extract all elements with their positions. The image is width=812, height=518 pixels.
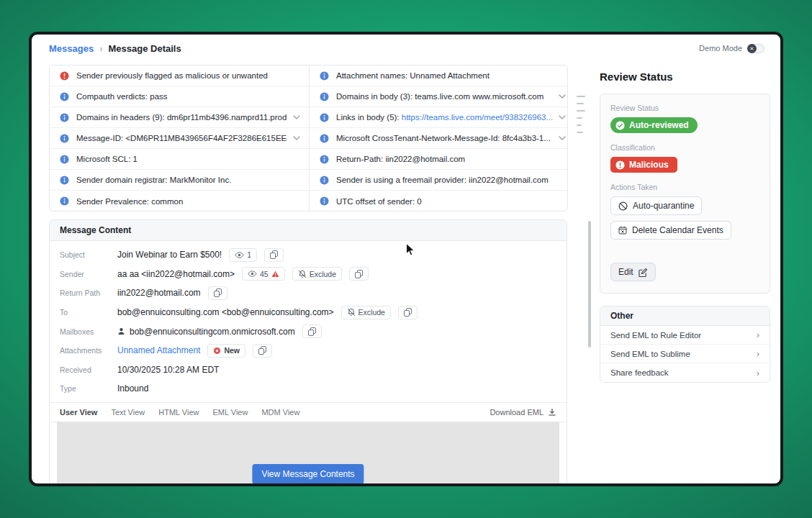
app-window: Messages › Message Details Demo Mode ✕ S… — [29, 32, 783, 486]
attribute-row[interactable]: Message-ID: <DM6PR11MB439656F4AF2F3286E6… — [50, 128, 309, 149]
tab-mdm-view[interactable]: MDM View — [261, 408, 299, 417]
chevron-down-icon[interactable] — [293, 115, 300, 119]
attribute-row: Sender Prevalence: common — [50, 191, 309, 212]
chevron-right-icon: › — [757, 368, 759, 378]
view-message-contents-button[interactable]: View Message Contents — [252, 464, 364, 484]
vertical-scrollbar-thumb[interactable] — [588, 221, 591, 347]
attribute-row[interactable]: Links in body (5): https://teams.live.co… — [310, 107, 568, 128]
tab-eml-view[interactable]: EML View — [213, 408, 248, 417]
chevron-down-icon[interactable] — [559, 94, 566, 99]
other-title: Other — [600, 306, 770, 326]
desktop-background: { "header": { "breadcrumb_root": "Messag… — [0, 0, 812, 518]
info-icon — [320, 176, 329, 185]
attribute-text: Links in body (5): https://teams.live.co… — [336, 113, 553, 122]
message-content-card: Message Content Subject Join Webinar to … — [49, 219, 567, 486]
tab-text-view[interactable]: Text View — [111, 408, 145, 417]
subject-value: Join Webinar to Earn $500! — [117, 250, 222, 260]
field-label: Attachments — [60, 346, 117, 355]
breadcrumb-separator-icon: › — [99, 43, 102, 54]
field-type: Type Inbound — [60, 379, 556, 399]
download-eml-button[interactable]: Download EML — [490, 408, 556, 417]
download-icon — [548, 408, 556, 417]
sidebar-title: Review Status — [600, 71, 770, 83]
message-fields: Subject Join Webinar to Earn $500! 1 Sen… — [50, 241, 567, 402]
demo-mode-label: Demo Mode — [699, 44, 742, 53]
attribute-text: Sender previously flagged as malicious o… — [76, 71, 300, 80]
info-icon — [320, 134, 329, 143]
check-circle-icon — [615, 121, 625, 130]
chevron-down-icon[interactable] — [559, 136, 566, 140]
attachment-link[interactable]: Unnamed Attachment — [117, 345, 200, 355]
info-icon — [320, 155, 329, 164]
field-to: To bob@ennuiconsulting.com <bob@ennuicon… — [60, 303, 556, 322]
field-label: Received — [60, 365, 117, 374]
demo-mode-toggle[interactable]: ✕ — [747, 44, 764, 53]
attribute-text: Message-ID: <DM6PR11MB439656F4AF2F3286E6… — [76, 134, 287, 142]
attribute-row: UTC offset of sender: 0 — [310, 191, 568, 212]
copy-icon — [258, 346, 266, 355]
copy-icon — [404, 308, 412, 317]
chevron-down-icon[interactable] — [559, 115, 566, 119]
tab-user-view[interactable]: User View — [60, 408, 97, 417]
copy-icon — [308, 327, 316, 336]
info-icon — [60, 92, 69, 101]
attribute-row: Sender domain registrar: MarkMonitor Inc… — [50, 170, 309, 191]
info-icon — [60, 155, 69, 164]
subject-views-pill[interactable]: 1 — [229, 248, 257, 262]
exclude-sender-button[interactable]: Exclude — [292, 267, 342, 281]
person-icon — [117, 327, 125, 335]
attribute-text: Sender is using a freemail provider: iin… — [336, 176, 566, 184]
attributes-column-left: Sender previously flagged as malicious o… — [50, 65, 309, 212]
review-status-card: Review Status Auto-reviewed Classificati… — [600, 94, 770, 294]
other-card: Other Send EML to Rule Editor›Send EML t… — [600, 306, 770, 383]
info-icon — [60, 134, 69, 143]
attribute-text: Sender Prevalence: common — [76, 197, 300, 206]
copy-button[interactable] — [264, 248, 284, 262]
field-return-path: Return Path iin2022@hotmail.com — [60, 283, 556, 303]
exclamation-circle-icon — [615, 160, 625, 170]
attribute-text: Domains in body (3): teams.live.com www.… — [336, 92, 553, 101]
new-attachment-badge: New — [207, 344, 245, 358]
threat-dot-icon — [213, 347, 221, 355]
info-icon — [320, 92, 329, 101]
attribute-row[interactable]: Microsoft CrossTenant-Network-Message-Id… — [310, 128, 568, 149]
message-viewer-area: View Message Contents — [57, 422, 559, 486]
copy-button[interactable] — [253, 344, 272, 358]
attribute-link[interactable]: https://teams.live.com/meet/938326963... — [402, 113, 553, 122]
copy-icon — [214, 288, 222, 297]
actions-taken-label: Actions Taken — [610, 183, 759, 191]
edit-button[interactable]: Edit — [610, 263, 656, 281]
exclude-recipient-button[interactable]: Exclude — [341, 306, 391, 319]
calendar-x-icon — [618, 226, 627, 235]
attribute-row: Sender previously flagged as malicious o… — [50, 65, 309, 86]
auto-quarantine-chip[interactable]: Auto-quarantine — [610, 196, 702, 215]
attributes-panel: Sender previously flagged as malicious o… — [49, 65, 568, 212]
attribute-text: Microsoft SCL: 1 — [76, 155, 300, 163]
copy-button[interactable] — [398, 306, 418, 319]
delete-calendar-events-chip[interactable]: Delete Calendar Events — [610, 221, 731, 240]
copy-button[interactable] — [302, 324, 322, 338]
breadcrumb-messages-link[interactable]: Messages — [49, 43, 94, 54]
other-item-send-eml-to-sublime[interactable]: Send EML to Sublime› — [600, 345, 770, 363]
eye-icon — [235, 252, 244, 258]
attributes-column-right: Attachment names: Unnamed AttachmentDoma… — [309, 65, 568, 212]
other-item-share-feedback[interactable]: Share feedback› — [600, 363, 770, 382]
attribute-row[interactable]: Domains in headers (9): dm6pr11mb4396.na… — [50, 107, 309, 128]
info-icon — [320, 196, 329, 206]
attribute-text: Microsoft CrossTenant-Network-Message-Id… — [336, 134, 553, 142]
copy-button[interactable] — [208, 286, 227, 300]
attribute-row: Sender is using a freemail provider: iin… — [310, 170, 568, 191]
attribute-text: Domains in headers (9): dm6pr11mb4396.na… — [76, 113, 287, 122]
attribute-row[interactable]: Domains in body (3): teams.live.com www.… — [310, 86, 568, 107]
field-label: Subject — [60, 250, 117, 259]
attribute-text: Attachment names: Unnamed Attachment — [336, 71, 566, 80]
other-item-send-eml-to-rule-editor[interactable]: Send EML to Rule Editor› — [600, 326, 770, 345]
attribute-text: Return-Path: iin2022@hotmail.com — [336, 155, 566, 163]
attribute-row: Attachment names: Unnamed Attachment — [310, 65, 568, 86]
info-icon — [60, 113, 69, 122]
bell-slash-icon — [347, 308, 356, 317]
chevron-down-icon[interactable] — [293, 136, 300, 140]
sender-views-pill[interactable]: 45 — [242, 267, 285, 281]
tab-html-view[interactable]: HTML View — [158, 408, 199, 417]
copy-button[interactable] — [349, 267, 369, 281]
